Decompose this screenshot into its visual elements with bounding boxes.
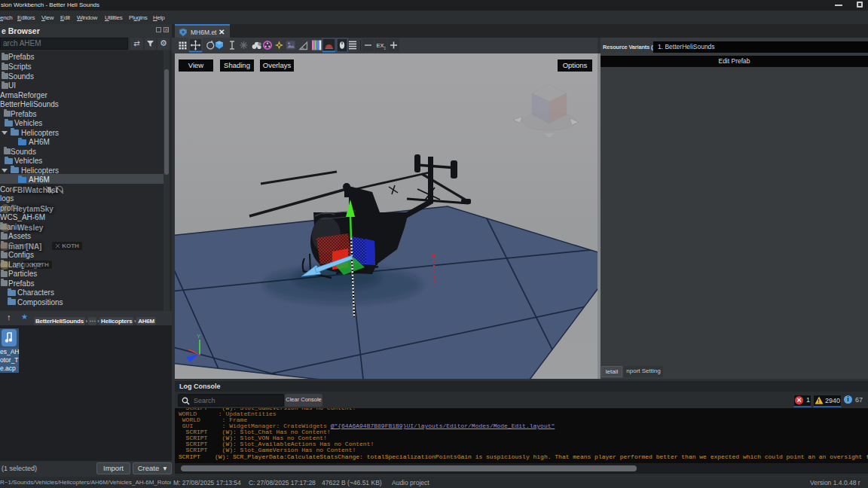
- svg-text:↧: ↧: [384, 46, 387, 50]
- svg-text:Y: Y: [197, 333, 201, 340]
- svg-text:!: !: [818, 398, 819, 404]
